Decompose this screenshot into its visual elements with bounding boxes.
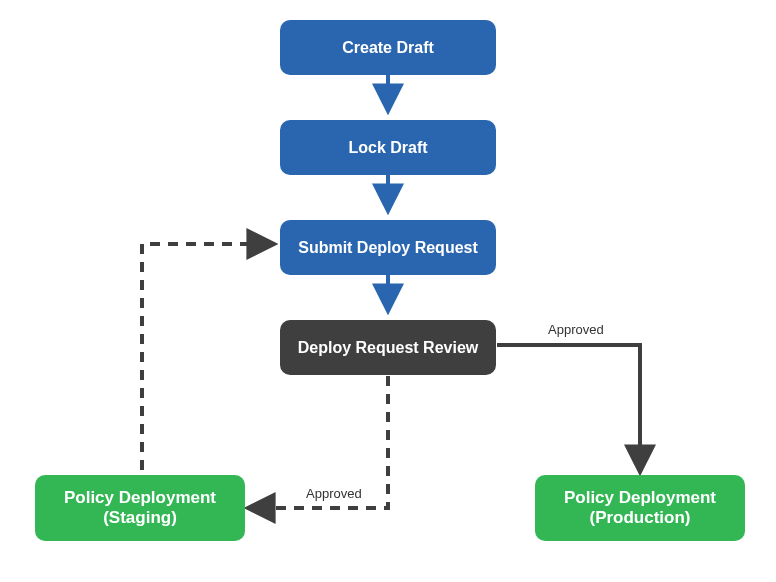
edge-review-to-production	[497, 345, 640, 470]
node-staging-label-2: (Staging)	[64, 508, 216, 528]
edge-staging-to-submit	[142, 244, 272, 470]
node-staging-label-1: Policy Deployment	[64, 488, 216, 508]
node-review-label: Deploy Request Review	[298, 338, 479, 357]
node-create-draft: Create Draft	[280, 20, 496, 75]
edge-label-approved-left: Approved	[306, 486, 362, 501]
node-production-label-2: (Production)	[564, 508, 716, 528]
node-production-label-1: Policy Deployment	[564, 488, 716, 508]
node-create-draft-label: Create Draft	[342, 38, 434, 57]
node-submit-deploy: Submit Deploy Request	[280, 220, 496, 275]
node-review: Deploy Request Review	[280, 320, 496, 375]
node-lock-draft: Lock Draft	[280, 120, 496, 175]
node-submit-deploy-label: Submit Deploy Request	[298, 238, 478, 257]
node-lock-draft-label: Lock Draft	[348, 138, 427, 157]
node-production: Policy Deployment (Production)	[535, 475, 745, 541]
edge-label-approved-right: Approved	[548, 322, 604, 337]
node-staging: Policy Deployment (Staging)	[35, 475, 245, 541]
